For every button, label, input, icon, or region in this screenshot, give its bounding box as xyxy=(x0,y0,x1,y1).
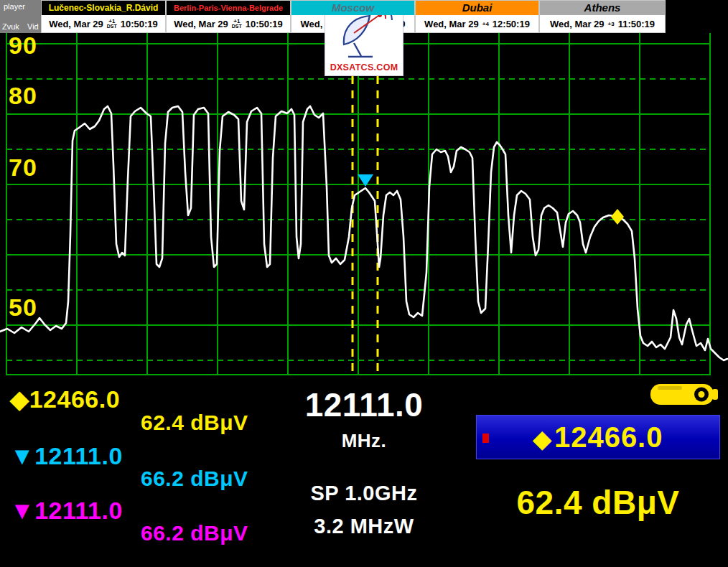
yellow-marker-diamond-icon xyxy=(611,209,624,225)
clock-lucenec: Lučenec-Slovakia_R.Dávid Wed, Mar 29 +1D… xyxy=(41,0,166,33)
triangle-marker-icon: ▼ xyxy=(10,442,34,469)
clock-city-label: Lučenec-Slovakia_R.Dávid xyxy=(42,1,165,15)
grid-vertical-lines xyxy=(6,33,710,375)
clock-athens: Athens Wed, Mar 29 +3 11:50:19 xyxy=(539,0,666,33)
clock-time: 11:50:19 xyxy=(618,19,655,29)
clock-date: Wed, Mar 29 xyxy=(550,19,605,29)
clock-city-label: Moscow xyxy=(291,1,414,15)
marker1-frequency: ◆12466.0 xyxy=(10,385,120,413)
clock-date: Wed, Mar 29 xyxy=(49,19,103,29)
sound-menu-label[interactable]: Zvuk xyxy=(2,22,19,31)
red-tick xyxy=(482,434,489,443)
spectrum-canvas xyxy=(0,33,728,375)
satellite-dish-icon xyxy=(325,7,403,62)
center-frequency: 12111.0 xyxy=(280,385,448,424)
clock-city-label: Berlin-Paris-Vienna-Belgrade xyxy=(167,1,290,15)
clock-time-row: Wed, Mar 29 +3 11:50:19 xyxy=(540,15,665,32)
clock-time: 12:50:19 xyxy=(493,19,530,29)
clock-date: Wed, Mar 29 xyxy=(174,19,228,29)
clock-time-row: Wed, Mar 29 +4 12:50:19 xyxy=(416,15,538,32)
frequency-unit: MHz. xyxy=(280,430,448,452)
selected-marker-frequency: ◆12466.0 xyxy=(533,421,663,454)
clock-tz-badge: +1DST xyxy=(107,19,117,29)
spectrum-analyzer-screen: player Zvuk Vid Lučenec-Slovakia_R.Dávid… xyxy=(0,0,728,567)
dxsatcs-logo: DXSATCS.COM xyxy=(325,6,403,76)
battery-icon xyxy=(650,383,719,406)
triangle-marker-icon: ▼ xyxy=(10,497,34,524)
player-menu-strip: player Zvuk Vid xyxy=(0,0,41,33)
clock-time-row: Wed, Mar 29 +1DST 10:50:19 xyxy=(167,15,290,32)
clock-tz-badge: +1DST xyxy=(232,19,242,29)
readout-panel: ◆12466.0 62.4 dBμV ▼12111.0 66.2 dBμV ▼1… xyxy=(0,375,728,567)
clock-time: 10:50:19 xyxy=(246,19,283,29)
spectrum-trace xyxy=(0,106,727,360)
marker1-level: 62.4 dBμV xyxy=(141,411,248,435)
clock-time: 10:50:19 xyxy=(121,19,158,29)
selected-marker-box: ◆12466.0 xyxy=(476,415,720,459)
marker2-level: 66.2 dBμV xyxy=(141,467,248,491)
y-axis-label-50: 50 xyxy=(9,294,37,322)
clock-dubai: Dubai Wed, Mar 29 +4 12:50:19 xyxy=(415,0,539,33)
clock-tz-badge: +4 xyxy=(482,22,489,27)
marker3-level: 66.2 dBμV xyxy=(141,521,248,545)
span-readout: SP 1.0GHz xyxy=(280,482,448,505)
marker3-frequency: ▼12111.0 xyxy=(10,497,123,525)
clock-city-label: Dubai xyxy=(416,1,538,15)
y-axis-label-70: 70 xyxy=(9,154,37,182)
clock-tz-badge: +3 xyxy=(608,22,615,27)
selected-marker-level: 62.4 dBμV xyxy=(476,483,720,522)
video-menu-label[interactable]: Vid xyxy=(27,22,39,31)
y-axis-label-80: 80 xyxy=(9,82,37,110)
player-menu-label[interactable]: player xyxy=(4,2,25,11)
bandwidth-readout: 3.2 MHzW xyxy=(280,515,448,538)
marker2-frequency: ▼12111.0 xyxy=(10,442,123,470)
clock-time-row: Wed, Mar 29 +1DST 10:50:19 xyxy=(42,15,165,32)
clock-date: Wed, Mar 29 xyxy=(424,19,479,29)
spectrum-plot: 90 80 70 50 xyxy=(0,33,728,375)
clock-city-label: Athens xyxy=(540,1,665,15)
y-axis-label-90: 90 xyxy=(9,32,37,60)
clock-berlin: Berlin-Paris-Vienna-Belgrade Wed, Mar 29… xyxy=(166,0,291,33)
logo-text: DXSATCS.COM xyxy=(325,62,403,72)
diamond-marker-icon: ◆ xyxy=(533,426,552,452)
diamond-marker-icon: ◆ xyxy=(10,385,29,413)
